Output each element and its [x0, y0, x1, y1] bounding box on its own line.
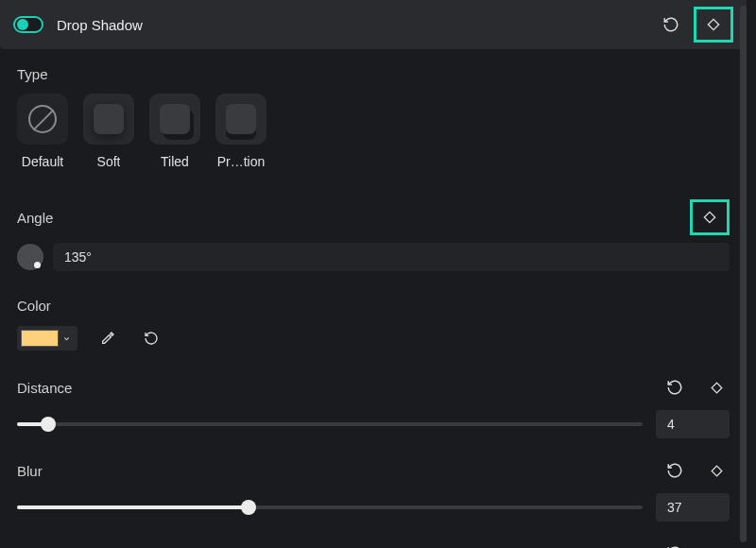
reset-distance-button[interactable] [662, 374, 688, 401]
type-option-projection[interactable]: Pr…tion [215, 94, 266, 169]
type-option-tiled[interactable]: Tiled [149, 94, 200, 169]
distance-slider[interactable] [17, 415, 643, 434]
reset-opacity-button[interactable] [662, 540, 688, 548]
type-option-label: Tiled [161, 154, 189, 169]
panel-title: Drop Shadow [57, 17, 658, 33]
scrollbar[interactable] [740, 6, 747, 542]
color-picker-button[interactable] [17, 326, 77, 351]
svg-rect-3 [712, 466, 722, 476]
eyedropper-button[interactable] [94, 325, 121, 351]
svg-rect-1 [704, 212, 714, 222]
angle-control [17, 243, 730, 271]
slider-thumb[interactable] [241, 500, 256, 515]
type-option-label: Default [22, 154, 63, 169]
keyframe-distance-button[interactable] [703, 374, 730, 401]
angle-input[interactable] [53, 243, 730, 271]
panel-header: Drop Shadow [0, 0, 747, 49]
reset-blur-button[interactable] [662, 457, 688, 484]
distance-value[interactable]: 4 [656, 410, 730, 438]
reset-icon [666, 379, 683, 396]
keyframe-icon [710, 381, 724, 395]
angle-section: Angle [0, 177, 747, 281]
distance-label: Distance [17, 380, 72, 396]
svg-rect-0 [708, 19, 718, 29]
keyframe-blur-button[interactable] [703, 457, 730, 484]
color-swatch [21, 330, 59, 347]
enable-toggle[interactable] [13, 16, 43, 33]
type-option-label: Soft [97, 154, 121, 169]
blur-label: Blur [17, 463, 43, 479]
keyframe-angle-button[interactable] [690, 199, 730, 235]
default-swatch [17, 94, 68, 145]
angle-label: Angle [17, 210, 53, 226]
soft-swatch [83, 94, 134, 145]
chevron-down-icon [59, 334, 74, 343]
type-option-soft[interactable]: Soft [83, 94, 134, 169]
distance-section: Distance 4 [0, 359, 747, 442]
reset-icon [144, 331, 159, 346]
drop-shadow-panel: Drop Shadow Type Default Soft Tiled [0, 0, 747, 548]
color-section: Color [0, 281, 747, 359]
slider-thumb[interactable] [41, 417, 56, 432]
type-option-default[interactable]: Default [17, 94, 68, 169]
tiled-swatch [149, 94, 200, 145]
keyframe-opacity-button[interactable] [703, 540, 730, 548]
keyframe-icon [702, 210, 717, 225]
reset-icon [666, 462, 683, 479]
opacity-section: Opacity 60 [0, 525, 747, 548]
keyframe-icon [706, 17, 721, 32]
blur-value[interactable]: 37 [656, 493, 730, 522]
type-label: Type [17, 66, 730, 82]
type-options: Default Soft Tiled Pr…tion [17, 94, 730, 169]
eyedropper-icon [100, 331, 115, 346]
reset-header-button[interactable] [658, 11, 684, 38]
reset-color-button[interactable] [138, 325, 164, 351]
blur-section: Blur 37 [0, 442, 747, 525]
svg-rect-2 [712, 383, 722, 393]
keyframe-header-button[interactable] [694, 7, 733, 43]
type-section: Type Default Soft Tiled Pr…tion [0, 49, 747, 177]
color-controls [17, 325, 730, 351]
angle-knob[interactable] [17, 244, 43, 270]
type-option-label: Pr…tion [217, 154, 266, 169]
blur-slider[interactable] [17, 498, 643, 517]
keyframe-icon [710, 464, 724, 478]
color-label: Color [17, 298, 730, 314]
reset-icon [662, 16, 679, 33]
projection-swatch [215, 94, 266, 145]
none-icon [28, 105, 57, 133]
